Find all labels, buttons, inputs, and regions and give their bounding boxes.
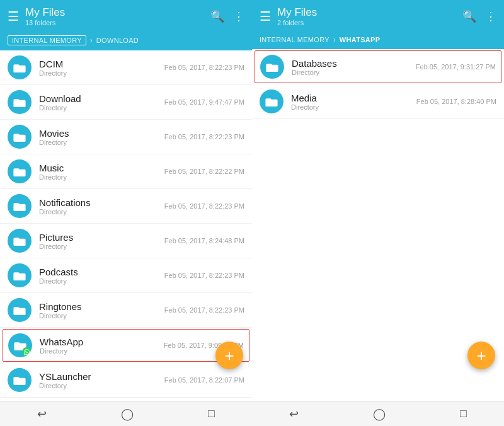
right-breadcrumb-whatsapp[interactable]: WHATSAPP bbox=[340, 36, 381, 43]
file-name-ringtones: Ringtones bbox=[39, 301, 164, 312]
left-file-movies[interactable]: Movies Directory Feb 05, 2017, 8:22:23 P… bbox=[0, 120, 252, 154]
left-breadcrumb-download[interactable]: DOWNLOAD bbox=[96, 37, 139, 44]
file-name-movies: Movies bbox=[39, 128, 164, 139]
folder-icon-media bbox=[260, 89, 284, 113]
hamburger-icon[interactable]: ☰ bbox=[8, 9, 19, 24]
file-date-notifications: Feb 05, 2017, 8:22:23 PM bbox=[164, 202, 244, 210]
file-date-download: Feb 05, 2017, 9:47:47 PM bbox=[164, 98, 244, 106]
file-info-pictures: Pictures Directory bbox=[39, 232, 164, 250]
left-recents-btn[interactable]: □ bbox=[200, 403, 222, 424]
file-type-music: Directory bbox=[39, 173, 164, 181]
right-hamburger-icon[interactable]: ☰ bbox=[260, 9, 271, 24]
left-file-pictures[interactable]: Pictures Directory Feb 05, 2017, 8:24:48… bbox=[0, 224, 252, 258]
file-info-whatsapp: WhatsApp Directory bbox=[40, 337, 164, 355]
left-file-yslauncher[interactable]: YSLauncher Directory Feb 05, 2017, 8:22:… bbox=[0, 363, 252, 398]
file-date-movies: Feb 05, 2017, 8:22:23 PM bbox=[164, 133, 244, 141]
right-search-icon[interactable]: 🔍 bbox=[462, 9, 476, 23]
folder-icon-dcim bbox=[8, 55, 32, 79]
right-header-left: ☰ My Files 2 folders bbox=[260, 6, 317, 26]
folder-icon-pictures bbox=[8, 229, 32, 253]
left-bottom-nav: ↩ ◯ □ bbox=[0, 401, 252, 426]
left-header-left: ☰ My Files 13 folders bbox=[8, 6, 65, 26]
file-date-music: Feb 05, 2017, 8:22:22 PM bbox=[164, 168, 244, 175]
file-info-music: Music Directory bbox=[39, 163, 164, 181]
file-type-media: Directory bbox=[291, 103, 416, 111]
left-more-icon[interactable]: ⋮ bbox=[233, 9, 244, 23]
right-home-btn[interactable]: ◯ bbox=[365, 403, 393, 425]
folder-icon-music bbox=[8, 159, 32, 183]
left-fab[interactable]: + bbox=[215, 342, 243, 369]
right-back-btn[interactable]: ↩ bbox=[282, 403, 306, 425]
file-info-dcim: DCIM Directory bbox=[39, 59, 164, 77]
file-type-databases: Directory bbox=[292, 69, 416, 76]
left-file-music[interactable]: Music Directory Feb 05, 2017, 8:22:22 PM bbox=[0, 154, 252, 189]
folder-icon-yslauncher bbox=[8, 368, 32, 392]
left-file-whatsapp[interactable]: WhatsApp Directory Feb 05, 2017, 9:09:21… bbox=[3, 329, 249, 362]
right-breadcrumb-sep: › bbox=[333, 35, 336, 44]
file-date-podcasts: Feb 05, 2017, 8:22:23 PM bbox=[164, 272, 244, 279]
file-date-databases: Feb 05, 2017, 9:31:27 PM bbox=[416, 63, 496, 71]
file-type-notifications: Directory bbox=[39, 208, 164, 216]
right-file-list: Databases Directory Feb 05, 2017, 9:31:2… bbox=[252, 49, 504, 401]
right-recents-btn[interactable]: □ bbox=[452, 403, 474, 424]
left-file-notifications[interactable]: Notifications Directory Feb 05, 2017, 8:… bbox=[0, 189, 252, 224]
left-file-download[interactable]: Download Directory Feb 05, 2017, 9:47:47… bbox=[0, 85, 252, 120]
file-name-dcim: DCIM bbox=[39, 59, 164, 69]
whatsapp-badge bbox=[22, 347, 32, 357]
file-name-yslauncher: YSLauncher bbox=[39, 371, 164, 382]
folder-icon-whatsapp bbox=[8, 333, 32, 357]
right-header-subtitle: 2 folders bbox=[277, 19, 317, 26]
file-type-ringtones: Directory bbox=[39, 312, 164, 320]
left-home-btn[interactable]: ◯ bbox=[113, 403, 141, 425]
left-back-btn[interactable]: ↩ bbox=[30, 403, 54, 425]
right-file-media[interactable]: Media Directory Feb 05, 2017, 8:28:40 PM bbox=[252, 84, 504, 119]
left-breadcrumb: INTERNAL MEMORY › DOWNLOAD bbox=[0, 33, 252, 50]
right-file-databases[interactable]: Databases Directory Feb 05, 2017, 9:31:2… bbox=[255, 50, 501, 83]
left-search-icon[interactable]: 🔍 bbox=[210, 9, 224, 23]
right-panel: ☰ My Files 2 folders 🔍 ⋮ INTERNAL MEMORY… bbox=[252, 0, 504, 426]
left-header-title-block: My Files 13 folders bbox=[25, 6, 65, 26]
file-type-whatsapp: Directory bbox=[40, 347, 164, 355]
file-info-ringtones: Ringtones Directory bbox=[39, 301, 164, 320]
file-name-whatsapp: WhatsApp bbox=[40, 337, 164, 347]
right-header-icons: 🔍 ⋮ bbox=[462, 9, 496, 23]
right-fab[interactable]: + bbox=[467, 342, 495, 369]
file-type-movies: Directory bbox=[39, 139, 164, 146]
file-info-podcasts: Podcasts Directory bbox=[39, 267, 164, 285]
left-file-ringtones[interactable]: Ringtones Directory Feb 05, 2017, 8:22:2… bbox=[0, 293, 252, 328]
file-date-dcim: Feb 05, 2017, 8:22:23 PM bbox=[164, 64, 244, 71]
left-file-list: DCIM Directory Feb 05, 2017, 8:22:23 PM … bbox=[0, 50, 252, 401]
left-header-subtitle: 13 folders bbox=[25, 19, 65, 26]
file-date-pictures: Feb 05, 2017, 8:24:48 PM bbox=[164, 237, 244, 245]
left-breadcrumb-sep: › bbox=[90, 36, 93, 45]
right-header-title: My Files bbox=[277, 6, 317, 19]
file-date-ringtones: Feb 05, 2017, 8:22:23 PM bbox=[164, 306, 244, 314]
left-breadcrumb-internal[interactable]: INTERNAL MEMORY bbox=[8, 35, 86, 45]
folder-icon-ringtones bbox=[8, 298, 32, 322]
left-file-dcim[interactable]: DCIM Directory Feb 05, 2017, 8:22:23 PM bbox=[0, 50, 252, 85]
left-header: ☰ My Files 13 folders 🔍 ⋮ bbox=[0, 0, 252, 33]
folder-icon-notifications bbox=[8, 194, 32, 218]
right-header: ☰ My Files 2 folders 🔍 ⋮ bbox=[252, 0, 504, 33]
file-info-databases: Databases Directory bbox=[292, 58, 416, 76]
file-type-download: Directory bbox=[39, 104, 164, 112]
right-more-icon[interactable]: ⋮ bbox=[485, 9, 496, 23]
file-name-podcasts: Podcasts bbox=[39, 267, 164, 277]
left-file-podcasts[interactable]: Podcasts Directory Feb 05, 2017, 8:22:23… bbox=[0, 258, 252, 293]
right-breadcrumb: INTERNAL MEMORY › WHATSAPP bbox=[252, 33, 504, 49]
file-type-podcasts: Directory bbox=[39, 277, 164, 285]
right-header-title-block: My Files 2 folders bbox=[277, 6, 317, 26]
folder-icon-download bbox=[8, 90, 32, 114]
file-info-notifications: Notifications Directory bbox=[39, 197, 164, 216]
right-breadcrumb-internal[interactable]: INTERNAL MEMORY bbox=[260, 36, 329, 43]
file-date-media: Feb 05, 2017, 8:28:40 PM bbox=[416, 98, 496, 105]
left-header-title: My Files bbox=[25, 6, 65, 19]
file-name-media: Media bbox=[291, 93, 416, 103]
file-name-notifications: Notifications bbox=[39, 197, 164, 208]
folder-icon-databases bbox=[260, 55, 284, 79]
right-bottom-nav: ↩ ◯ □ bbox=[252, 401, 504, 426]
file-info-download: Download Directory bbox=[39, 93, 164, 112]
left-panel: ☰ My Files 13 folders 🔍 ⋮ INTERNAL MEMOR… bbox=[0, 0, 252, 426]
file-type-dcim: Directory bbox=[39, 69, 164, 77]
file-info-movies: Movies Directory bbox=[39, 128, 164, 146]
